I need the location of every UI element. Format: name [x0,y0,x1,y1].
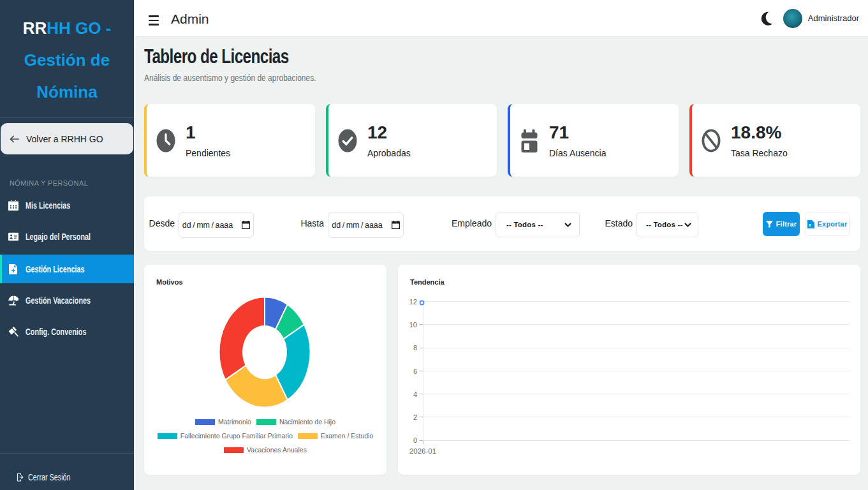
svg-text:10: 10 [409,321,417,329]
svg-text:x: x [809,223,811,227]
svg-text:12: 12 [409,298,417,306]
svg-text:2026-01: 2026-01 [409,447,436,455]
svg-text:2: 2 [413,413,417,421]
svg-text:6: 6 [413,368,417,375]
svg-text:4: 4 [413,390,417,398]
svg-text:0: 0 [413,436,417,444]
svg-text:8: 8 [413,344,417,352]
